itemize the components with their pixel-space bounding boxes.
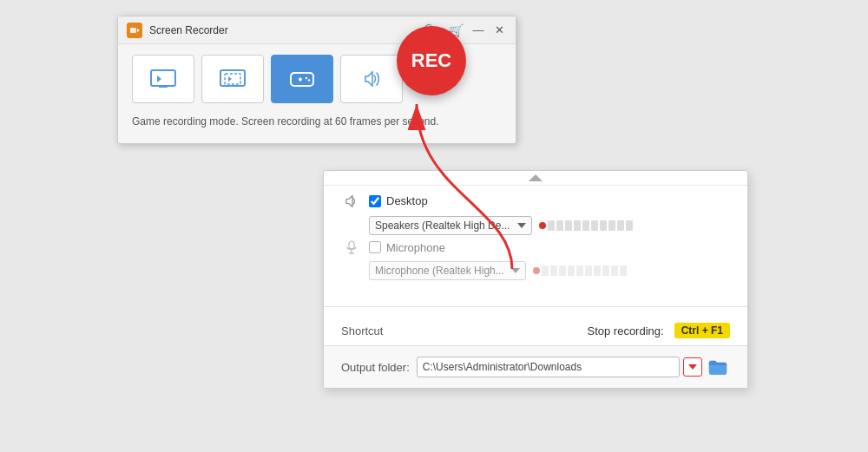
shortcut-row: Shortcut Stop recording: Ctrl + F1 [324,316,747,345]
mic-seg-10 [620,265,627,276]
volume-seg-2 [556,220,563,231]
mic-seg-2 [550,265,557,276]
output-row: Output folder: [324,345,747,388]
desktop-label: Desktop [386,194,428,207]
chevron-up-icon [529,174,542,181]
divider-1 [324,306,747,307]
output-dropdown-button[interactable] [683,357,702,377]
tab-region[interactable] [201,55,264,103]
mic-seg-5 [576,265,583,276]
volume-seg-7 [600,220,607,231]
rec-button-container: REC [397,26,466,95]
minimize-button[interactable]: — [470,23,486,38]
browse-folder-button[interactable] [706,355,730,379]
volume-seg-10 [626,220,633,231]
svg-rect-0 [130,28,136,33]
output-path-input[interactable] [417,357,680,377]
mic-seg-6 [585,265,592,276]
microphone-row: Microphone [341,240,730,254]
settings-panel: Desktop Speakers (Realtek High De... [323,170,748,389]
volume-seg-6 [591,220,598,231]
svg-rect-2 [151,70,175,86]
volume-seg-4 [574,220,581,231]
volume-seg-1 [548,220,555,231]
folder-icon [708,359,727,375]
desktop-dropdown-wrap: Speakers (Realtek High De... [369,216,730,235]
rec-button[interactable]: REC [397,26,466,95]
mic-seg-4 [568,265,575,276]
mic-volume-dot [533,267,540,274]
desktop-row: Desktop [341,194,730,207]
microphone-dropdown[interactable]: Microphone (Realtek High... [369,261,526,280]
desktop-audio-dropdown[interactable]: Speakers (Realtek High De... [369,216,532,235]
mic-seg-3 [559,265,566,276]
scroll-up-indicator [324,171,747,186]
app-icon [127,23,142,38]
mic-dropdown-wrap: Microphone (Realtek High... [369,261,730,280]
shortcut-action: Stop recording: [587,324,663,337]
shortcut-key[interactable]: Ctrl + F1 [674,323,730,338]
audio-icon [358,66,385,92]
volume-seg-5 [582,220,589,231]
svg-marker-13 [529,174,542,181]
mic-seg-7 [594,265,601,276]
tab-screen[interactable] [132,55,194,103]
speaker-icon [345,195,358,207]
output-label: Output folder: [341,361,410,374]
game-icon [289,66,315,92]
mic-volume-segments [542,265,627,276]
mic-seg-1 [542,265,549,276]
screen-icon [150,66,176,92]
close-button[interactable]: ✕ [491,23,507,38]
volume-seg-8 [608,220,615,231]
svg-marker-17 [688,364,697,370]
svg-rect-14 [349,241,354,249]
desktop-checkbox[interactable] [369,195,381,207]
mic-volume-bar [533,265,627,276]
volume-indicator-dot [539,222,546,229]
svg-rect-6 [225,74,240,84]
microphone-label: Microphone [386,241,445,254]
tab-audio[interactable] [340,55,403,103]
tab-game[interactable] [271,55,333,103]
shortcut-label: Shortcut [341,324,383,337]
mic-row-icon [341,240,362,254]
desktop-volume-bar [539,220,633,231]
volume-segments [548,220,633,231]
app-title: Screen Recorder [149,24,424,36]
mode-description: Game recording mode. Screen recording at… [132,114,502,129]
mic-seg-8 [602,265,609,276]
volume-seg-9 [617,220,624,231]
speaker-row-icon [341,195,362,207]
chevron-down-icon [688,364,697,370]
svg-point-10 [306,77,307,79]
microphone-checkbox[interactable] [369,241,381,253]
desktop-section: Desktop Speakers (Realtek High De... [324,186,747,303]
mic-seg-9 [611,265,618,276]
region-icon [220,66,246,92]
svg-marker-1 [137,29,140,32]
volume-seg-3 [565,220,572,231]
svg-point-11 [308,79,310,81]
app-logo-icon [129,25,140,36]
microphone-icon [346,240,357,254]
